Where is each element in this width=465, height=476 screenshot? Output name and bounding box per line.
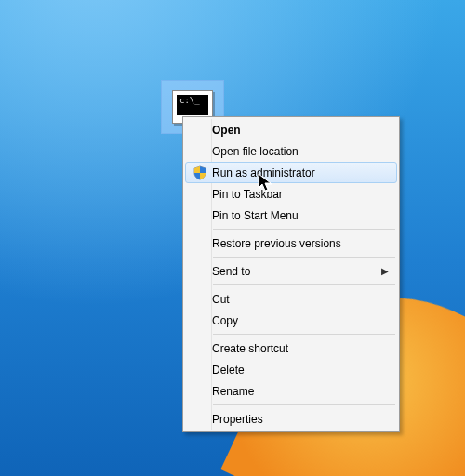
menu-item-label: Cut: [212, 293, 391, 306]
menu-item-open-file-location[interactable]: Open file location: [185, 140, 397, 162]
cmd-icon-prompt: c:\_: [177, 95, 208, 115]
menu-item-label: Properties: [212, 413, 391, 426]
menu-separator: [213, 257, 395, 258]
menu-item-label: Create shortcut: [212, 342, 391, 355]
menu-item-label: Run as administrator: [212, 166, 391, 179]
submenu-arrow-icon: ▶: [381, 266, 391, 276]
menu-item-restore-versions[interactable]: Restore previous versions: [185, 232, 397, 254]
menu-item-pin-start[interactable]: Pin to Start Menu: [185, 205, 397, 226]
menu-item-label: Delete: [212, 364, 391, 377]
menu-item-copy[interactable]: Copy: [185, 310, 397, 331]
menu-item-delete[interactable]: Delete: [185, 359, 397, 380]
menu-item-label: Copy: [212, 314, 391, 327]
menu-item-run-as-admin[interactable]: Run as administrator: [185, 162, 397, 183]
menu-item-pin-taskbar[interactable]: Pin to Taskbar: [185, 183, 397, 205]
menu-separator: [213, 404, 395, 405]
uac-shield-icon: [188, 165, 212, 180]
context-menu[interactable]: OpenOpen file locationRun as administrat…: [182, 116, 400, 432]
menu-item-cut[interactable]: Cut: [185, 288, 397, 310]
menu-item-label: Pin to Taskbar: [212, 188, 391, 201]
menu-separator: [213, 334, 395, 335]
menu-separator: [213, 229, 395, 230]
menu-item-label: Open file location: [212, 145, 391, 158]
menu-separator: [213, 284, 395, 285]
menu-item-label: Pin to Start Menu: [212, 209, 391, 222]
menu-item-label: Restore previous versions: [212, 237, 391, 250]
menu-item-rename[interactable]: Rename: [185, 380, 397, 402]
menu-item-properties[interactable]: Properties: [185, 408, 397, 430]
menu-item-label: Send to: [212, 265, 381, 278]
menu-item-send-to[interactable]: Send to▶: [185, 260, 397, 282]
menu-item-label: Open: [212, 124, 391, 137]
menu-item-label: Rename: [212, 385, 391, 398]
menu-item-create-shortcut[interactable]: Create shortcut: [185, 337, 397, 359]
menu-item-open[interactable]: Open: [185, 119, 397, 140]
